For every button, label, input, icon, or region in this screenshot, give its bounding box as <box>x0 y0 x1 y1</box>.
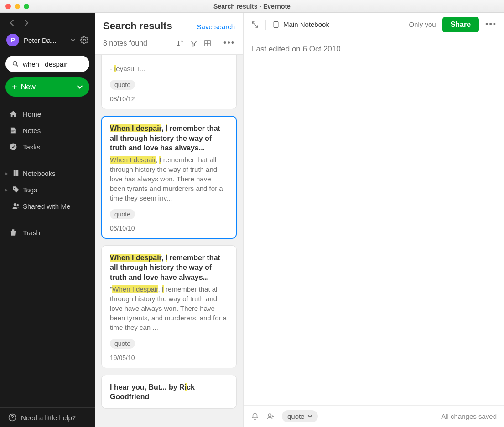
sidebar-item-label: Shared with Me <box>23 202 70 210</box>
note-card[interactable]: When I despair, I remember that all thro… <box>101 245 237 368</box>
notebook-name: Main Notebook <box>283 21 329 28</box>
tag-chip[interactable]: quote <box>110 339 135 349</box>
note-snippet: - Ieyasu T... <box>110 64 228 73</box>
note-footer: quote All changes saved <box>244 405 504 427</box>
sidebar-item-label: Trash <box>23 229 40 237</box>
note-card[interactable]: I hear you, But... by Rick Goodfriend <box>101 375 237 409</box>
nav-forward-icon[interactable] <box>24 19 29 26</box>
expand-icon[interactable] <box>251 21 259 29</box>
filter-icon[interactable] <box>190 39 198 47</box>
save-status: All changes saved <box>441 412 497 420</box>
note-date: 19/05/10 <box>110 354 228 361</box>
note-panel: Main Notebook Only you Share ••• Last ed… <box>244 13 504 427</box>
svg-rect-13 <box>274 22 278 27</box>
search-input-container[interactable]: ✕ <box>5 56 89 72</box>
results-list[interactable]: - Ieyasu T... quote 08/10/12 When I desp… <box>95 55 243 427</box>
trash-icon <box>9 228 17 237</box>
view-icon[interactable] <box>203 39 212 47</box>
window-controls <box>0 4 29 9</box>
sidebar-item-label: Tags <box>23 186 37 194</box>
svg-point-15 <box>269 414 271 417</box>
chevron-right-icon: ▶ <box>5 187 9 192</box>
sidebar-item-label: Notebooks <box>23 170 56 177</box>
help-label: Need a little help? <box>21 414 76 422</box>
share-button[interactable]: Share <box>442 17 479 32</box>
footer-tag[interactable]: quote <box>282 410 318 422</box>
help-footer[interactable]: Need a little help? <box>0 407 95 427</box>
window-title: Search results - Evernote <box>0 3 504 10</box>
svg-point-0 <box>83 39 86 41</box>
note-content[interactable] <box>244 62 504 405</box>
chevron-down-icon <box>307 414 312 419</box>
chevron-down-icon <box>70 37 76 43</box>
note-icon <box>9 126 17 134</box>
sidebar-item-trash[interactable]: Trash <box>0 224 95 241</box>
home-icon <box>9 110 17 118</box>
note-snippet: When I despair, I remember that all thro… <box>110 155 228 203</box>
sidebar-item-home[interactable]: Home <box>0 106 95 122</box>
people-icon <box>12 202 20 210</box>
settings-icon[interactable] <box>80 36 88 44</box>
search-icon <box>12 60 19 67</box>
titlebar: Search results - Evernote <box>0 0 504 13</box>
note-card-selected[interactable]: When I despair, I remember that all thro… <box>101 116 237 239</box>
note-date: 08/10/12 <box>110 95 228 103</box>
svg-line-2 <box>16 65 18 67</box>
sidebar-item-notes[interactable]: Notes <box>0 122 95 139</box>
user-menu[interactable]: P Peter Da... <box>0 29 95 53</box>
check-circle-icon <box>9 143 17 151</box>
plus-icon: + <box>12 82 17 93</box>
note-card[interactable]: - Ieyasu T... quote 08/10/12 <box>101 55 237 109</box>
last-edited-label: Last edited on 6 Oct 2010 <box>244 36 504 62</box>
sidebar-item-label: Notes <box>23 127 41 134</box>
svg-point-3 <box>10 144 17 150</box>
note-title: When I despair, I remember that all thro… <box>110 123 228 153</box>
sidebar: P Peter Da... ✕ + New <box>0 13 95 427</box>
notebook-icon <box>12 169 20 177</box>
user-name: Peter Da... <box>24 36 66 44</box>
results-panel: Search results Save search 8 notes found… <box>95 13 244 427</box>
more-icon[interactable]: ••• <box>223 38 235 48</box>
svg-rect-4 <box>14 170 19 176</box>
fullscreen-window[interactable] <box>24 4 29 9</box>
results-count: 8 notes found <box>103 39 171 47</box>
footer-tag-label: quote <box>287 412 305 420</box>
add-person-icon[interactable] <box>266 412 275 421</box>
save-search-link[interactable]: Save search <box>197 23 235 31</box>
tag-chip[interactable]: quote <box>110 209 135 219</box>
svg-point-1 <box>13 62 17 65</box>
svg-point-7 <box>14 203 16 206</box>
notebook-icon <box>272 21 280 28</box>
tag-chip[interactable]: quote <box>110 80 135 90</box>
close-window[interactable] <box>5 4 11 9</box>
reminder-icon[interactable] <box>251 412 259 421</box>
sidebar-item-shared[interactable]: ▶ Shared with Me <box>0 198 95 214</box>
notebook-selector[interactable]: Main Notebook <box>272 21 329 28</box>
nav-back-icon[interactable] <box>9 19 15 26</box>
sidebar-item-notebooks[interactable]: ▶ Notebooks <box>0 165 95 181</box>
sidebar-item-tags[interactable]: ▶ Tags <box>0 181 95 198</box>
results-title: Search results <box>103 20 172 32</box>
note-title: When I despair, I remember that all thro… <box>110 253 228 283</box>
tag-icon <box>12 185 20 194</box>
more-icon[interactable]: ••• <box>485 20 497 29</box>
note-snippet: "When I despair, I remember that all thr… <box>110 284 228 332</box>
chevron-right-icon: ▶ <box>5 171 9 176</box>
note-title: I hear you, But... by Rick Goodfriend <box>110 382 228 402</box>
new-button-label: New <box>21 83 36 91</box>
note-toolbar: Main Notebook Only you Share ••• <box>244 13 504 36</box>
svg-point-8 <box>17 204 19 206</box>
note-date: 06/10/10 <box>110 225 228 232</box>
sidebar-item-label: Tasks <box>23 143 40 151</box>
sidebar-item-tasks[interactable]: Tasks <box>0 139 95 155</box>
help-icon <box>8 413 16 422</box>
sidebar-item-label: Home <box>23 110 41 118</box>
minimize-window[interactable] <box>15 4 20 9</box>
new-button[interactable]: + New <box>5 77 89 97</box>
sort-icon[interactable] <box>176 39 184 47</box>
chevron-down-icon <box>77 84 83 90</box>
svg-point-6 <box>14 188 15 189</box>
avatar: P <box>6 34 19 46</box>
privacy-label[interactable]: Only you <box>409 21 436 28</box>
